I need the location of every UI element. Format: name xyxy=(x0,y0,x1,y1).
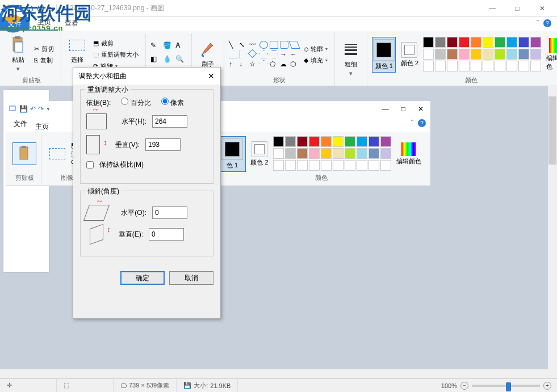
vert-input[interactable] xyxy=(145,138,181,151)
color-swatch[interactable] xyxy=(435,49,446,60)
color-swatch[interactable] xyxy=(518,61,529,71)
color-swatch[interactable] xyxy=(506,49,517,60)
color-swatch[interactable] xyxy=(447,49,458,60)
color-swatch[interactable] xyxy=(530,37,541,48)
inner-redo-icon[interactable]: ↷ xyxy=(38,105,44,113)
zoom-slider[interactable] xyxy=(472,385,540,387)
color-swatch[interactable] xyxy=(297,148,308,159)
zoom-handle[interactable] xyxy=(506,382,511,391)
scrollbar-horizontal[interactable] xyxy=(0,369,548,378)
inner-minimize-button[interactable]: — xyxy=(382,105,389,113)
color-swatch[interactable] xyxy=(483,61,493,71)
inner-undo-icon[interactable]: ↶ xyxy=(30,105,36,113)
inner-help-icon[interactable]: ? xyxy=(418,119,426,127)
aspect-checkbox[interactable]: 保持纵横比(M) xyxy=(86,160,207,170)
color-swatch[interactable] xyxy=(309,136,320,147)
color-swatch[interactable] xyxy=(471,49,481,60)
color1-button[interactable]: 颜色 1 xyxy=(372,37,396,73)
tab-home[interactable]: 主页 xyxy=(31,15,58,31)
inner-color2-button[interactable]: 颜色 2 xyxy=(248,140,271,168)
picker-icon[interactable]: 💧 xyxy=(163,55,174,68)
color-swatch[interactable] xyxy=(380,148,391,159)
color-swatch[interactable] xyxy=(321,160,332,171)
tab-view[interactable]: 查看 xyxy=(58,16,85,31)
cut-button[interactable]: ✂剪切 xyxy=(32,44,56,54)
inner-qat-dropdown[interactable]: ▼ xyxy=(46,107,51,112)
color-swatch[interactable] xyxy=(357,148,367,159)
cancel-button[interactable]: 取消 xyxy=(169,271,213,285)
color-swatch[interactable] xyxy=(368,160,379,171)
help-icon[interactable]: ? xyxy=(543,19,551,27)
color-swatch[interactable] xyxy=(435,61,446,71)
color-swatch[interactable] xyxy=(273,136,284,147)
skew-h-input[interactable] xyxy=(152,206,187,219)
color-swatch[interactable] xyxy=(447,37,458,48)
text-icon[interactable]: A xyxy=(175,41,187,54)
color-swatch[interactable] xyxy=(333,136,344,147)
zoom-icon[interactable]: 🔍 xyxy=(175,55,187,68)
radio-percent[interactable]: 百分比 xyxy=(121,98,150,108)
inner-palette[interactable] xyxy=(273,136,392,171)
color-swatch[interactable] xyxy=(518,37,529,48)
qat-dropdown-icon[interactable]: ▼ xyxy=(48,6,52,11)
horiz-input[interactable] xyxy=(152,115,187,128)
skew-v-input[interactable] xyxy=(149,228,184,241)
color-swatch[interactable] xyxy=(368,136,379,147)
scrollbar-vertical[interactable] xyxy=(548,86,557,378)
inner-paste-button[interactable] xyxy=(12,142,36,165)
color-swatch[interactable] xyxy=(345,160,355,171)
outline-button[interactable]: ◇轮廓▾ xyxy=(301,44,330,54)
paste-button[interactable]: 粘贴▾ xyxy=(7,35,30,74)
color-swatch[interactable] xyxy=(483,37,493,48)
radio-pixels[interactable]: 像素 xyxy=(161,98,184,108)
color-swatch[interactable] xyxy=(459,49,470,60)
shapes-gallery[interactable]: ╲⤡〰 →← ↑↓☆ ⬠ ☁⬡ xyxy=(229,41,299,69)
pencil-icon[interactable]: ✎ xyxy=(150,41,162,54)
size-button[interactable]: 粗细▾ xyxy=(340,39,362,79)
dialog-titlebar[interactable]: 调整大小和扭曲 ✕ xyxy=(73,68,220,85)
minimize-button[interactable]: — xyxy=(480,1,505,16)
copy-button[interactable]: ⎘复制 xyxy=(32,55,56,66)
inner-tab-home[interactable]: 主页 xyxy=(35,122,49,132)
inner-color1-button[interactable]: 色 1 xyxy=(219,136,246,172)
inner-select-button[interactable] xyxy=(46,143,69,165)
ok-button[interactable]: 确定 xyxy=(120,271,165,285)
inner-tab-file[interactable]: 文件 xyxy=(6,116,35,132)
color-swatch[interactable] xyxy=(285,160,296,171)
color-swatch[interactable] xyxy=(506,61,517,71)
zoom-out-button[interactable]: − xyxy=(460,382,468,390)
inner-maximize-button[interactable]: □ xyxy=(401,105,405,113)
color2-button[interactable]: 颜色 2 xyxy=(398,40,421,69)
color-swatch[interactable] xyxy=(506,37,517,48)
color-swatch[interactable] xyxy=(435,37,446,48)
color-swatch[interactable] xyxy=(518,49,529,60)
eraser-icon[interactable]: ◧ xyxy=(150,55,162,68)
color-swatch[interactable] xyxy=(357,136,367,147)
color-swatch[interactable] xyxy=(297,136,308,147)
collapse-ribbon-icon[interactable]: ˆ xyxy=(537,19,539,27)
crop-button[interactable]: ⬒裁剪 xyxy=(91,38,141,49)
maximize-button[interactable]: □ xyxy=(505,1,530,16)
inner-save-icon[interactable]: 💾 xyxy=(19,105,28,113)
color-swatch[interactable] xyxy=(345,136,355,147)
inner-edit-colors-button[interactable]: 编辑颜色 xyxy=(394,141,424,167)
fill-icon[interactable]: 🪣 xyxy=(163,41,174,54)
color-palette[interactable] xyxy=(423,37,542,72)
color-swatch[interactable] xyxy=(333,148,344,159)
color-swatch[interactable] xyxy=(530,61,541,71)
resize-button[interactable]: ⬚重新调整大小 xyxy=(91,49,141,60)
color-swatch[interactable] xyxy=(423,49,434,60)
edit-colors-button[interactable]: 编辑颜色 xyxy=(544,36,557,73)
color-swatch[interactable] xyxy=(495,37,505,48)
color-swatch[interactable] xyxy=(333,160,344,171)
color-swatch[interactable] xyxy=(471,37,481,48)
color-swatch[interactable] xyxy=(368,148,379,159)
inner-collapse-icon[interactable]: ˆ xyxy=(411,119,413,127)
color-swatch[interactable] xyxy=(345,148,355,159)
color-swatch[interactable] xyxy=(495,49,505,60)
dialog-close-button[interactable]: ✕ xyxy=(208,71,215,81)
color-swatch[interactable] xyxy=(423,37,434,48)
color-swatch[interactable] xyxy=(483,49,493,60)
color-swatch[interactable] xyxy=(285,148,296,159)
color-swatch[interactable] xyxy=(321,148,332,159)
